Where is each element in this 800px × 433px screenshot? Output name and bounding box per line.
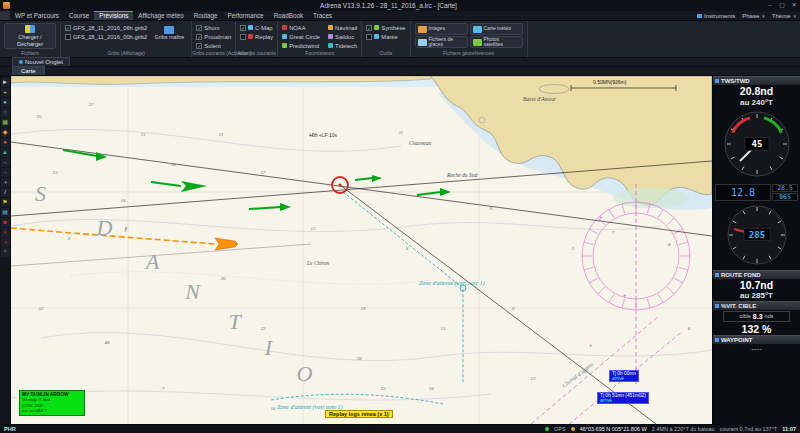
atlas-item-replay[interactable]: Replay <box>240 32 273 41</box>
menu-tab-pr-visions[interactable]: Prévisions <box>94 11 133 20</box>
ais-vessel-info-box[interactable]: MV DUNLIN ARROW Vit moy: 7.9ndCOG: 262°a… <box>19 390 85 416</box>
provider-tidetech[interactable]: Tidetech <box>328 41 357 50</box>
tws-value: 20.8nd <box>713 85 800 98</box>
atlas-checkbox-c-map[interactable]: ✓ <box>240 25 246 31</box>
ais-status-icon <box>571 427 575 431</box>
georef-button-grid: ImagesCarte météoFichiers de glacesPhoto… <box>415 23 523 48</box>
menu-tab-roadbook[interactable]: RoadBook <box>269 11 308 20</box>
pan-hand-icon[interactable]: + <box>1 88 10 97</box>
chart-area[interactable]: 3527312318249524472117263314121911815691… <box>11 76 712 424</box>
window-title: Adrena V13.9.1.26 - 28_11_2016_a.lrc - [… <box>13 2 764 9</box>
provider-label: Great Circle <box>289 34 320 40</box>
georef-fichiers-de-glaces[interactable]: Fichiers de glaces <box>415 36 468 48</box>
settings-icon[interactable]: * <box>1 248 10 257</box>
route-icon[interactable]: ◆ <box>1 128 10 137</box>
grib-file-row[interactable]: GFS_28_11_2016_00h.grib2 <box>65 32 147 41</box>
outil-checkbox-synth-se[interactable]: ✓ <box>366 25 372 31</box>
georef-images[interactable]: Images <box>415 23 468 35</box>
c-map-icon <box>248 25 253 30</box>
replay-status-box: Replay logs nmea (x 1) <box>325 410 393 418</box>
provider-navimail[interactable]: Navimail <box>328 23 357 32</box>
pin-icon <box>715 273 719 277</box>
select-cursor-icon[interactable]: ► <box>1 78 10 87</box>
chart-layers-icon[interactable]: ▦ <box>1 118 10 127</box>
zoom-out-icon[interactable]: ○ <box>1 108 10 117</box>
courant-label: Proudman <box>204 34 231 40</box>
cursor-distance: 2.4MN à 220°T du bateau <box>652 426 715 432</box>
provider-label: Tidetech <box>335 43 357 49</box>
provider-predictwind[interactable]: Predictwind <box>282 41 320 50</box>
atlas-item-c-map[interactable]: ✓C-Map <box>240 23 273 32</box>
phase-menu[interactable]: Phase <box>742 13 765 19</box>
outil-item-mar-e[interactable]: Marée <box>366 32 405 41</box>
grib-icon[interactable]: ▤ <box>1 208 10 217</box>
alarm-icon[interactable]: ■ <box>1 218 10 227</box>
provider-great-circle[interactable]: Great Circle <box>282 32 320 41</box>
target-percent-value: 132 % <box>713 323 800 336</box>
close-button[interactable]: ✕ <box>788 0 800 11</box>
record-icon[interactable]: ● <box>1 228 10 237</box>
boat-icon[interactable]: ▲ <box>1 148 10 157</box>
provider-saildoc[interactable]: Saildoc <box>328 32 357 41</box>
provider-noaa[interactable]: NOAA <box>282 23 320 32</box>
measure-icon[interactable]: / <box>1 188 10 197</box>
menu-tab-wp-et-parcours[interactable]: WP et Parcours <box>10 11 64 20</box>
waypoint-icon[interactable]: ● <box>1 138 10 147</box>
carte-m-t-o-icon <box>473 26 482 33</box>
tws-panel-header[interactable]: TWS/TWD <box>713 76 800 85</box>
courant-item-proudman[interactable]: ✓Proudman <box>196 32 231 41</box>
current-icon[interactable]: → <box>1 168 10 177</box>
outil-label: Marée <box>381 34 397 40</box>
instrument-panel: TWS/TWD 20.8nd au 240°T 45 12.8 28.5 065 <box>712 76 800 424</box>
outil-item-synth-se[interactable]: ✓Synthèse <box>366 23 405 32</box>
gribs-maitre-button[interactable]: Gribs maître <box>151 23 187 41</box>
courant-label: Shom <box>204 25 219 31</box>
courant-checkbox-solent[interactable]: ✓ <box>196 43 202 49</box>
courant-item-solent[interactable]: ✓Solent <box>196 41 231 50</box>
georef-label: Carte météo <box>484 26 520 31</box>
atlas-checkbox-replay[interactable] <box>240 34 246 40</box>
outil-checkbox-mar-e[interactable] <box>366 34 372 40</box>
islet-basse-damour <box>539 85 569 94</box>
nautical-chart[interactable] <box>11 76 712 424</box>
courant-checkbox-shom[interactable]: ✓ <box>196 25 202 31</box>
load-unload-button[interactable]: Charger / Décharger <box>4 23 56 49</box>
zoom-in-icon[interactable]: ● <box>1 98 10 107</box>
provider-label: Navimail <box>335 25 357 31</box>
tide-icon[interactable]: ◑ <box>1 178 10 187</box>
cluster-top-readout: 28.5 <box>772 184 798 192</box>
doc-subtab-carte[interactable]: Carte <box>12 66 45 75</box>
target-speed-panel-header[interactable]: %VIT. CIBLE <box>713 301 800 310</box>
doc-tab-nouvel-onglet[interactable]: Nouvel Onglet <box>12 57 70 66</box>
instruments-toggle[interactable]: Instruments <box>697 13 735 19</box>
tools-checkbox-list: ✓SynthèseMarée <box>366 23 405 41</box>
doc-tab-label: Nouvel Onglet <box>25 59 63 65</box>
georef-photos-satellites[interactable]: Photos satellites <box>470 36 523 48</box>
gps-status-icon <box>545 427 549 431</box>
courant-item-shom[interactable]: ✓Shom <box>196 23 231 32</box>
cluster-bottom-readout: 065 <box>772 193 798 201</box>
maximize-button[interactable]: ▢ <box>776 0 788 11</box>
menu-tab-course[interactable]: Course <box>64 11 94 20</box>
georef-carte-m-t-o[interactable]: Carte météo <box>470 23 523 35</box>
fichiers-de-glaces-icon <box>418 39 427 46</box>
wind-arrow-icon[interactable]: → <box>1 158 10 167</box>
grib-file-checkbox[interactable]: ✓ <box>65 25 71 31</box>
minimize-button[interactable]: – <box>764 0 776 11</box>
waypoint-panel-header[interactable]: WAYPOINT <box>713 335 800 344</box>
menu-tab-traces[interactable]: Traces <box>308 11 337 20</box>
grib-file-row[interactable]: ✓GFS_28_11_2016_06h.grib2 <box>65 23 147 32</box>
menu-tab-routage[interactable]: Routage <box>189 11 223 20</box>
group-label-gribs-courants: Gribs courants (Activation) <box>192 50 235 57</box>
flag-icon[interactable]: ⚑ <box>1 198 10 207</box>
app-menu-button[interactable] <box>0 11 10 20</box>
menu-tab-performance[interactable]: Performance <box>223 11 269 20</box>
mar-e-icon <box>374 34 379 39</box>
replay-icon[interactable]: ◄ <box>1 238 10 247</box>
menu-tab-affichage-m-t-o[interactable]: Affichage météo <box>133 11 188 20</box>
grib-file-checkbox[interactable] <box>65 34 71 40</box>
doc-subtab-row: Carte <box>0 67 800 76</box>
route-panel-header[interactable]: ROUTE FOND <box>713 270 800 279</box>
theme-menu[interactable]: Thème <box>772 13 796 19</box>
courant-checkbox-proudman[interactable]: ✓ <box>196 34 202 40</box>
